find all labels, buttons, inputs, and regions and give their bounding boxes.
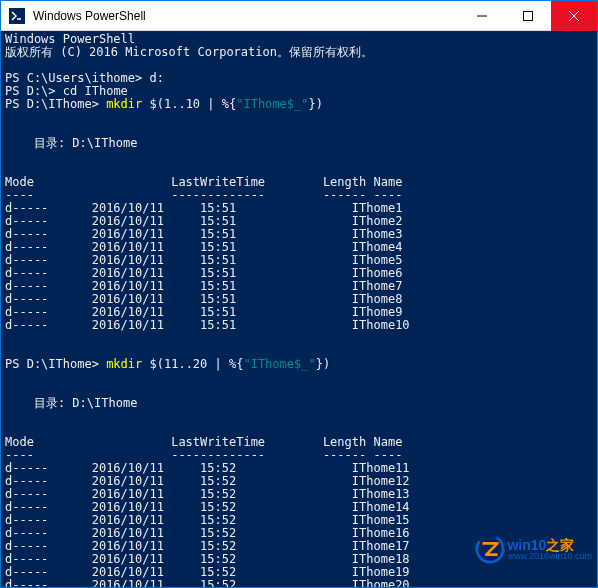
maximize-button[interactable] xyxy=(505,1,551,31)
directory-header: 目录: D:\IThome xyxy=(5,137,593,150)
directory-header: 目录: D:\IThome xyxy=(5,397,593,410)
table-row: d----- 2016/10/11 15:51 IThome10 xyxy=(5,319,593,332)
powershell-window: Windows PowerShell Windows PowerShell版权所… xyxy=(0,0,598,588)
terminal-output[interactable]: Windows PowerShell版权所有 (C) 2016 Microsof… xyxy=(1,31,597,587)
svg-rect-2 xyxy=(524,11,533,20)
banner-line: 版权所有 (C) 2016 Microsoft Corporation。保留所有… xyxy=(5,46,593,59)
powershell-icon xyxy=(9,8,25,24)
window-controls xyxy=(459,1,597,31)
prompt-line: PS D:\IThome> mkdir $(11..20 | %{"IThome… xyxy=(5,358,593,371)
prompt-line: PS D:\IThome> mkdir $(1..10 | %{"IThome$… xyxy=(5,98,593,111)
table-row: d----- 2016/10/11 15:52 IThome20 xyxy=(5,579,593,587)
close-button[interactable] xyxy=(551,1,597,31)
window-title: Windows PowerShell xyxy=(33,9,459,23)
minimize-button[interactable] xyxy=(459,1,505,31)
titlebar[interactable]: Windows PowerShell xyxy=(1,1,597,31)
